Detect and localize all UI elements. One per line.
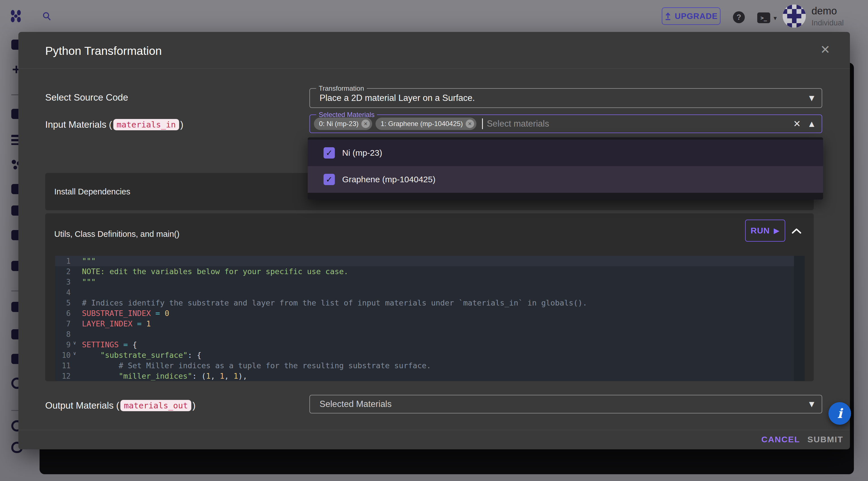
code-text: "substrate_surface": { bbox=[82, 351, 202, 359]
materials-out-badge: materials_out bbox=[120, 400, 191, 411]
upgrade-label: UPGRADE bbox=[675, 11, 718, 21]
line-number: 10 bbox=[55, 351, 71, 359]
code-text: # Set Miller indices as a tuple for the … bbox=[82, 361, 431, 370]
code-text: "miller_indices": (1, 1, 1), bbox=[82, 372, 247, 381]
material-chip[interactable]: 0: Ni (mp-23)✕ bbox=[314, 118, 372, 130]
python-transformation-modal: Python Transformation ✕ Select Source Co… bbox=[19, 32, 850, 449]
editor-scrollbar[interactable] bbox=[794, 256, 805, 381]
line-number: 5 bbox=[55, 299, 71, 307]
footer-divider bbox=[19, 430, 850, 430]
output-select-value: Selected Materials bbox=[319, 395, 392, 413]
code-line: 4 bbox=[55, 287, 805, 298]
topbar: UPGRADE ? >_ ▼ demo Individual bbox=[0, 0, 868, 32]
code-editor[interactable]: 1"""2NOTE: edit the variables below for … bbox=[55, 256, 805, 381]
output-materials-label: Output Materials (materials_out) bbox=[45, 396, 195, 415]
line-number: 2 bbox=[55, 267, 71, 276]
line-number: 8 bbox=[55, 330, 71, 338]
upload-arrow-icon bbox=[664, 12, 671, 20]
utils-panel: Utils, Class Definitions, and main() RUN… bbox=[45, 213, 814, 381]
help-icon[interactable]: ? bbox=[733, 11, 745, 23]
line-number: 11 bbox=[55, 361, 71, 370]
select-source-code-label: Select Source Code bbox=[45, 88, 128, 107]
install-dependencies-label: Install Dependencies bbox=[54, 173, 130, 210]
fold-caret-icon[interactable]: ∨ bbox=[73, 340, 76, 345]
chip-delete-icon[interactable]: ✕ bbox=[466, 120, 474, 128]
selected-materials-multiselect[interactable]: Selected Materials 0: Ni (mp-23)✕1: Grap… bbox=[309, 115, 822, 133]
code-line: 11 # Set Miller indices as a tuple for t… bbox=[55, 360, 805, 371]
code-line: 5# Indices identify the substrate and la… bbox=[55, 298, 805, 308]
material-option-label: Ni (mp-23) bbox=[342, 148, 382, 158]
code-line: 10∨ "substrate_surface": { bbox=[55, 350, 805, 360]
checkbox-checked-icon[interactable]: ✓ bbox=[323, 147, 335, 158]
code-line: 1""" bbox=[55, 256, 805, 266]
line-number: 7 bbox=[55, 320, 71, 328]
input-materials-label: Input Materials (materials_in) bbox=[45, 116, 183, 134]
transformation-select[interactable]: Transformation Place a 2D material Layer… bbox=[309, 88, 822, 108]
material-option-label: Graphene (mp-1040425) bbox=[342, 175, 435, 184]
close-icon[interactable]: ✕ bbox=[820, 43, 830, 57]
page-root: UPGRADE ? >_ ▼ demo Individual + Python … bbox=[0, 0, 868, 481]
materials-in-badge: materials_in bbox=[113, 119, 179, 130]
line-number: 6 bbox=[55, 309, 71, 318]
run-button[interactable]: RUN ▶ bbox=[745, 219, 785, 242]
line-number: 9 bbox=[55, 340, 71, 349]
code-line: 8 bbox=[55, 329, 805, 339]
user-name[interactable]: demo bbox=[811, 5, 837, 17]
code-line: 9∨SETTINGS = { bbox=[55, 339, 805, 350]
materials-input-placeholder[interactable]: Select materials bbox=[487, 119, 549, 129]
caret-up-icon[interactable]: ▲ bbox=[809, 120, 814, 128]
material-option[interactable]: ✓Ni (mp-23) bbox=[308, 140, 823, 166]
cancel-button[interactable]: CANCEL bbox=[755, 431, 806, 448]
code-text: LAYER_INDEX = 1 bbox=[82, 319, 151, 328]
clear-selection-icon[interactable]: ✕ bbox=[793, 118, 801, 129]
code-text: """ bbox=[82, 277, 96, 286]
code-text: NOTE: edit the variables below for your … bbox=[82, 267, 348, 276]
app-logo-icon[interactable] bbox=[10, 10, 22, 23]
info-button[interactable]: i bbox=[829, 402, 851, 425]
upgrade-button[interactable]: UPGRADE bbox=[662, 7, 720, 25]
search-icon[interactable] bbox=[42, 11, 52, 22]
collapse-chevron-icon[interactable] bbox=[792, 228, 801, 234]
play-icon: ▶ bbox=[774, 227, 780, 235]
line-number: 1 bbox=[55, 257, 71, 265]
line-number: 4 bbox=[55, 288, 71, 297]
output-materials-select[interactable]: Selected Materials ▼ bbox=[309, 395, 822, 414]
caret-down-icon[interactable]: ▼ bbox=[809, 400, 814, 408]
material-chip[interactable]: 1: Graphene (mp-1040425)✕ bbox=[375, 118, 476, 130]
modal-title: Python Transformation bbox=[45, 44, 162, 58]
materials-dropdown-options: ✓Ni (mp-23)✓Graphene (mp-1040425) bbox=[308, 140, 823, 193]
code-text: SUBSTRATE_INDEX = 0 bbox=[82, 309, 169, 318]
code-line: 7LAYER_INDEX = 1 bbox=[55, 319, 805, 329]
console-icon[interactable]: >_ bbox=[757, 12, 770, 23]
utils-header: Utils, Class Definitions, and main() bbox=[54, 213, 179, 254]
code-editor-lines: 1"""2NOTE: edit the variables below for … bbox=[55, 256, 805, 381]
code-line: 2NOTE: edit the variables below for your… bbox=[55, 266, 805, 277]
code-line: 6SUBSTRATE_INDEX = 0 bbox=[55, 308, 805, 319]
code-text: # Indices identify the substrate and lay… bbox=[82, 298, 587, 307]
material-option[interactable]: ✓Graphene (mp-1040425) bbox=[308, 166, 823, 193]
materials-dropdown: ✓Ni (mp-23)✓Graphene (mp-1040425) bbox=[308, 137, 823, 200]
material-chip-label: 1: Graphene (mp-1040425) bbox=[381, 120, 463, 128]
fold-caret-icon[interactable]: ∨ bbox=[73, 351, 76, 356]
caret-down-icon[interactable]: ▼ bbox=[809, 94, 814, 102]
code-line: 3""" bbox=[55, 277, 805, 287]
avatar-identicon bbox=[783, 4, 806, 28]
text-cursor bbox=[482, 118, 483, 129]
material-chip-label: 0: Ni (mp-23) bbox=[319, 120, 359, 128]
user-avatar[interactable] bbox=[783, 4, 806, 28]
code-text: SETTINGS = { bbox=[82, 340, 137, 349]
info-icon: i bbox=[837, 406, 842, 421]
checkbox-checked-icon[interactable]: ✓ bbox=[323, 174, 335, 185]
console-caret-icon[interactable]: ▼ bbox=[773, 15, 778, 22]
submit-button[interactable]: SUBMIT bbox=[801, 431, 849, 448]
selected-materials-chips: 0: Ni (mp-23)✕1: Graphene (mp-1040425)✕S… bbox=[314, 115, 549, 132]
transformation-value: Place a 2D material Layer on a Surface. bbox=[319, 89, 475, 108]
line-number: 12 bbox=[55, 372, 71, 381]
user-plan: Individual bbox=[811, 19, 844, 27]
header-divider bbox=[19, 68, 850, 69]
chip-delete-icon[interactable]: ✕ bbox=[361, 120, 370, 128]
code-line: 12 "miller_indices": (1, 1, 1), bbox=[55, 371, 805, 381]
line-number: 3 bbox=[55, 278, 71, 286]
code-text: """ bbox=[82, 257, 96, 265]
